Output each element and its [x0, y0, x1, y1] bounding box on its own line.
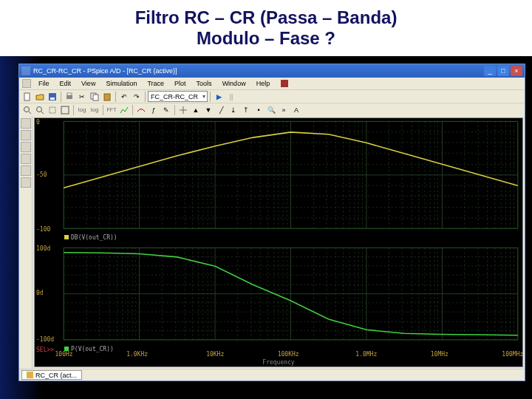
menu-view[interactable]: View [77, 80, 100, 87]
svg-rect-14 [61, 106, 69, 114]
pspice-window: RC_CR-RC_CR - PSpice A/D - [RC_CR (activ… [18, 64, 525, 381]
cursor-trough-icon[interactable]: ▼ [202, 104, 214, 116]
xtick-5: 10MHz [431, 351, 449, 358]
phase-ytick-1: 0d [36, 290, 44, 296]
zoom-fit-icon[interactable] [59, 104, 71, 116]
menu-trace[interactable]: Trace [143, 80, 168, 87]
chart-zone[interactable]: 0 -50 -100 DB(V(out_CR)) [34, 117, 523, 367]
svg-rect-1 [24, 93, 30, 100]
svg-line-10 [29, 112, 31, 114]
print-icon[interactable] [64, 91, 75, 103]
magnitude-grid [35, 118, 522, 240]
cursor-search-icon[interactable]: 🔍 [265, 104, 277, 116]
magnitude-trace-color-icon [64, 235, 69, 239]
phase-ytick-2: -100d [36, 336, 54, 343]
app-icon [21, 66, 30, 75]
mdi-tab-icon [27, 372, 33, 378]
slide-title-area: Filtro RC – CR (Passa – Banda) Modulo – … [0, 0, 532, 56]
perf-icon[interactable] [118, 104, 130, 116]
menu-tools[interactable]: Tools [192, 80, 216, 87]
eval-goal-icon[interactable]: ƒ [148, 104, 160, 116]
menu-simulation[interactable]: Simulation [101, 80, 141, 87]
svg-point-9 [24, 106, 30, 112]
xtick-0: 100Hz [55, 351, 73, 358]
schematic-combo[interactable]: FC_CR-RC_CR [148, 91, 208, 102]
cursor-max-icon[interactable]: ⤒ [240, 104, 252, 116]
mdi-icon[interactable] [22, 79, 31, 88]
redo-icon[interactable]: ↷ [131, 91, 143, 103]
magnitude-plot[interactable]: 0 -50 -100 DB(V(out_CR)) [35, 118, 522, 240]
open-file-icon[interactable] [34, 91, 46, 103]
new-file-icon[interactable] [21, 91, 33, 103]
cut-icon[interactable]: ✂ [76, 91, 88, 103]
svg-rect-8 [104, 94, 110, 100]
x-axis: 100Hz 1.0KHz 10KHz 100KHz 1.0MHz 10MHz 1… [35, 352, 522, 366]
close-button[interactable]: × [511, 66, 522, 76]
mag-ytick-2: -100 [36, 226, 50, 233]
main-toolbar: ✂ ↶ ↷ FC_CR-RC_CR ▶ || [19, 89, 525, 103]
svg-rect-13 [50, 107, 55, 113]
xtick-3: 100KHz [278, 351, 299, 358]
palette-power-icon[interactable] [21, 142, 31, 152]
paste-icon[interactable] [101, 91, 113, 103]
save-icon[interactable] [47, 91, 58, 103]
pause-button[interactable]: || [225, 91, 237, 103]
zoom-out-icon[interactable] [34, 104, 46, 116]
xtick-6: 100MHz [502, 351, 523, 358]
mdi-taskbar: RC_CR (act... [19, 369, 525, 381]
mdi-tab-rccr[interactable]: RC_CR (act... [21, 370, 82, 380]
plot-area: 0 -50 -100 DB(V(out_CR)) [19, 116, 525, 369]
zoom-toolbar: log log FFT ƒ ✎ ▲ ▼ ╱ ⤓ ⤒ • 🔍 » A [19, 103, 525, 116]
cursor-point-icon[interactable]: • [253, 104, 265, 116]
svg-rect-5 [67, 93, 72, 95]
cursor-slope-icon[interactable]: ╱ [215, 104, 227, 116]
cadence-logo-icon [279, 78, 290, 89]
schematic-combo-value: FC_CR-RC_CR [151, 93, 198, 100]
xtick-1: 1.0KHz [126, 351, 148, 358]
copy-icon[interactable] [89, 91, 100, 103]
slide-title: Filtro RC – CR (Passa – Banda) Modulo – … [0, 3, 532, 50]
palette-bias-i-icon[interactable] [21, 166, 31, 176]
palette-current-icon[interactable] [21, 130, 31, 140]
xtick-2: 10KHz [206, 351, 224, 358]
marker-icon[interactable]: ✎ [160, 104, 172, 116]
cursor-peak-icon[interactable]: ▲ [190, 104, 202, 116]
phase-ytick-0: 100d [36, 245, 50, 252]
menu-help[interactable]: Help [252, 80, 275, 87]
menu-file[interactable]: File [34, 80, 54, 87]
left-tool-palette [19, 116, 33, 369]
mag-ytick-0: 0 [36, 119, 40, 126]
titlebar[interactable]: RC_CR-RC_CR - PSpice A/D - [RC_CR (activ… [19, 64, 525, 78]
palette-bias-w-icon[interactable] [21, 177, 31, 188]
mark-label-icon[interactable]: A [290, 104, 302, 116]
svg-rect-3 [50, 98, 55, 100]
log-y-icon[interactable]: log [89, 104, 100, 116]
phase-grid [35, 245, 522, 351]
menu-edit[interactable]: Edit [55, 80, 76, 87]
log-x-icon[interactable]: log [76, 104, 88, 116]
palette-voltage-icon[interactable] [21, 118, 31, 129]
svg-rect-4 [66, 95, 72, 99]
window-title: RC_CR-RC_CR - PSpice A/D - [RC_CR (activ… [33, 67, 484, 75]
undo-icon[interactable]: ↶ [118, 91, 130, 103]
add-trace-icon[interactable] [135, 104, 147, 116]
minimize-button[interactable]: _ [484, 66, 496, 76]
palette-bias-v-icon[interactable] [21, 154, 31, 164]
phase-plot[interactable]: 100d 0d -100d SEL>> P(V(out_CR)) [35, 245, 522, 351]
run-button[interactable]: ▶ [213, 91, 225, 103]
svg-line-12 [41, 112, 44, 114]
cursor-min-icon[interactable]: ⤓ [228, 104, 239, 116]
slide-title-line2: Modulo – Fase ? [0, 28, 532, 49]
maximize-button[interactable]: □ [497, 66, 509, 76]
svg-point-11 [37, 106, 42, 112]
magnitude-trace-label: DB(V(out_CR)) [64, 234, 117, 241]
zoom-area-icon[interactable] [47, 104, 58, 116]
mdi-tab-label: RC_CR (act... [35, 372, 77, 379]
xaxis-title: Frequency [262, 359, 294, 366]
cursor-toggle-icon[interactable] [177, 104, 189, 116]
menu-plot[interactable]: Plot [170, 80, 191, 87]
zoom-in-icon[interactable] [21, 104, 33, 116]
cursor-next-icon[interactable]: » [278, 104, 290, 116]
fft-icon[interactable]: FFT [106, 104, 117, 116]
menu-window[interactable]: Window [218, 80, 250, 87]
